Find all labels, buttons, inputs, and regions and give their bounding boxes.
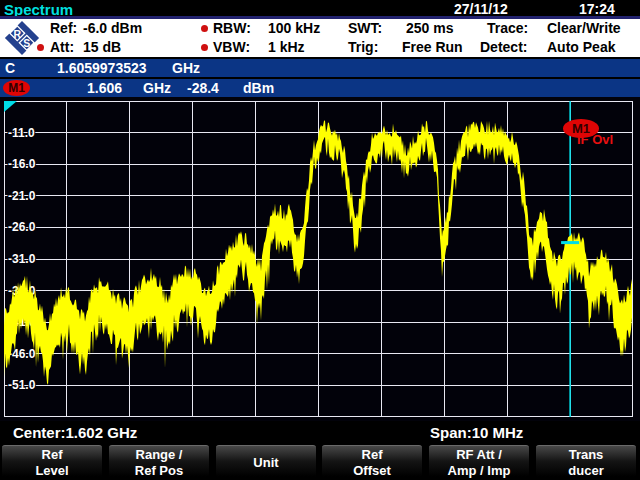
span-value: 10 MHz [472, 424, 524, 441]
settings-header: R S Ref: -6.0 dBm Att: 15 dB RBW: 100 kH… [0, 19, 640, 57]
rbw-label: RBW: [213, 20, 251, 36]
y-axis-label: -21.0 [8, 189, 36, 203]
softkey-bar: RefLevel Range /Ref Pos Unit RefOffset R… [0, 443, 640, 480]
y-axis-label: -31.0 [8, 252, 36, 266]
marker-info-bar: C 1.6059973523 GHz M1 1.606 GHz -28.4 dB… [0, 57, 640, 97]
time-text: 17:24 [579, 1, 615, 17]
detect-label: Detect: [480, 39, 527, 55]
rbw-value: 100 kHz [268, 20, 320, 36]
swt-label: SWT: [348, 20, 382, 36]
y-axis-label: -16.0 [8, 157, 36, 171]
ref-level-indicator [4, 101, 17, 112]
frequency-footer: Center:1.602 GHz Span:10 MHz [0, 421, 640, 443]
spectrum-plot-area: -11.0-16.0-21.0-26.0-31.0-36.0-41.0-46.0… [0, 97, 640, 421]
y-axis-label: -11.0 [8, 126, 35, 140]
ref-label: Ref: [50, 20, 77, 36]
trig-label: Trig: [348, 39, 378, 55]
y-axis-label: -26.0 [8, 220, 36, 234]
vbw-coupled-dot-icon [201, 44, 208, 51]
span: Span:10 MHz [430, 424, 523, 441]
att-label: Att: [50, 39, 74, 55]
rbw-coupled-dot-icon [201, 25, 208, 32]
detect-value: Auto Peak [547, 39, 615, 55]
softkey-transducer[interactable]: Transducer [536, 445, 636, 480]
spectrum-plot: -11.0-16.0-21.0-26.0-31.0-36.0-41.0-46.0… [4, 101, 633, 417]
y-axis-label: -46.0 [8, 347, 36, 361]
marker-level-unit: dBm [243, 80, 274, 96]
trace-label: Trace: [487, 20, 528, 36]
logo-letter-s: S [23, 38, 30, 49]
marker-level: -28.4 [187, 80, 219, 96]
vbw-value: 1 kHz [268, 39, 305, 55]
y-axis-label: -51.0 [8, 378, 36, 392]
marker-badge: M1 [3, 80, 30, 96]
trace-value: Clear/Write [547, 20, 621, 36]
channel-frequency-unit: GHz [172, 60, 200, 76]
rs-logo-icon: R S [2, 19, 42, 57]
swt-value: 250 ms [406, 20, 453, 36]
softkey-rf-att-amp-imp[interactable]: RF Att /Amp / Imp [429, 445, 529, 480]
att-value: 15 dB [83, 39, 121, 55]
att-coupled-dot-icon [37, 44, 44, 51]
logo-letter-r: R [13, 29, 21, 40]
center-value: 1.602 GHz [66, 424, 138, 441]
marker-frequency: 1.606 [87, 80, 122, 96]
softkey-ref-level[interactable]: RefLevel [2, 445, 102, 480]
softkey-range-ref-pos[interactable]: Range /Ref Pos [109, 445, 209, 480]
ref-value: -6.0 dBm [83, 20, 142, 36]
marker-row: M1 1.606 GHz -28.4 dBm [0, 79, 640, 97]
date-text: 27/11/12 [454, 1, 508, 17]
trig-value: Free Run [402, 39, 463, 55]
marker-flag-badge: M1 [563, 119, 599, 138]
title-bar: Spectrum 27/11/12 17:24 [0, 0, 640, 17]
center-frequency: Center:1.602 GHz [13, 424, 137, 441]
softkey-ref-offset[interactable]: RefOffset [322, 445, 422, 480]
vbw-label: VBW: [213, 39, 250, 55]
channel-row: C 1.6059973523 GHz [0, 59, 640, 77]
span-label: Span: [430, 424, 472, 441]
center-label: Center: [13, 424, 66, 441]
softkey-unit[interactable]: Unit [216, 445, 316, 480]
channel-frequency: 1.6059973523 [57, 60, 147, 76]
marker-frequency-unit: GHz [143, 80, 171, 96]
marker-level-tick [561, 241, 579, 244]
spectrum-analyzer-screen: Spectrum 27/11/12 17:24 R S Ref: -6.0 dB… [0, 0, 640, 480]
channel-label: C [5, 60, 15, 76]
